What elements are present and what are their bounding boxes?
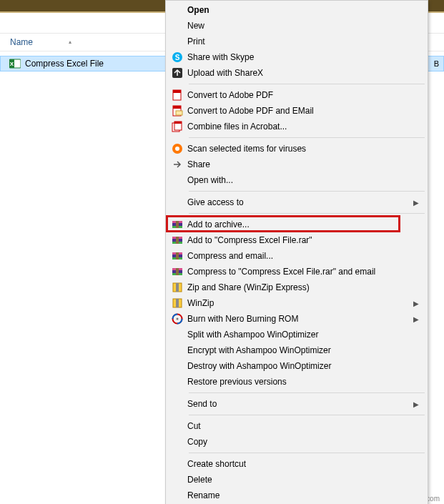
menu-item-restore_versions[interactable]: Restore previous versions <box>167 374 426 390</box>
menu-item-share[interactable]: Share <box>167 157 426 172</box>
svg-rect-35 <box>176 299 179 307</box>
context-menu: OpenNewPrintSShare with SkypeUpload with… <box>165 0 428 504</box>
menu-item-ashampoo_destroy[interactable]: Destroy with Ashampoo WinOptimizer <box>167 358 426 374</box>
menu-item-compress_email[interactable]: Compress and email... <box>167 248 426 264</box>
menu-item-label: Split with Ashampoo WinOptimizer <box>187 330 419 340</box>
menu-item-give_access[interactable]: Give access to▶ <box>167 194 426 210</box>
menu-item-label: Open <box>187 5 419 15</box>
svg-rect-10 <box>176 111 182 115</box>
winrar-icon <box>167 266 187 277</box>
menu-item-send_to[interactable]: Send to▶ <box>167 396 426 412</box>
excel-file-icon: X <box>9 58 21 69</box>
menu-item-label: Send to <box>187 399 413 409</box>
menu-separator <box>189 84 425 84</box>
submenu-arrow-icon: ▶ <box>413 315 419 323</box>
menu-item-open[interactable]: Open <box>167 2 426 18</box>
menu-item-label: Combine files in Acrobat... <box>187 122 419 132</box>
winrar-icon <box>167 250 187 262</box>
menu-item-label: Give access to <box>187 197 413 207</box>
menu-item-label: Compress to "Compress Excel File.rar" an… <box>187 267 419 277</box>
svg-rect-31 <box>176 268 179 275</box>
svg-rect-9 <box>173 106 181 109</box>
menu-item-label: Scan selected items for viruses <box>187 144 419 154</box>
menu-item-label: Rename <box>187 490 419 500</box>
menu-item-virus_scan[interactable]: Scan selected items for viruses <box>167 141 426 157</box>
nero-icon <box>167 313 187 325</box>
menu-item-label: Share with Skype <box>187 52 419 62</box>
sharex-icon <box>167 67 187 79</box>
winzip-icon <box>167 297 187 309</box>
menu-item-label: Burn with Nero Burning ROM <box>187 314 413 324</box>
menu-item-ashampoo_encrypt[interactable]: Encrypt with Ashampoo WinOptimizer <box>167 342 426 358</box>
sort-indicator-icon: ▴ <box>69 39 71 45</box>
menu-item-print[interactable]: Print <box>167 34 426 49</box>
menu-item-skype[interactable]: SShare with Skype <box>167 49 426 65</box>
menu-item-label: Create shortcut <box>187 459 419 469</box>
menu-item-sharex[interactable]: Upload with ShareX <box>167 65 426 81</box>
menu-item-add_archive[interactable]: Add to archive... <box>167 217 426 232</box>
svg-point-38 <box>177 318 179 320</box>
menu-item-acrobat_combine[interactable]: Combine files in Acrobat... <box>167 119 426 134</box>
column-header-name[interactable]: Name ▴ <box>0 37 43 47</box>
menu-item-label: Add to archive... <box>187 219 419 229</box>
menu-item-label: Upload with ShareX <box>187 68 419 78</box>
menu-item-delete[interactable]: Delete <box>167 472 426 488</box>
menu-item-label: Share <box>187 159 419 169</box>
menu-item-ashampoo_split[interactable]: Split with Ashampoo WinOptimizer <box>167 327 426 342</box>
menu-item-nero[interactable]: Burn with Nero Burning ROM▶ <box>167 311 426 327</box>
menu-item-label: Add to "Compress Excel File.rar" <box>187 235 419 245</box>
menu-item-label: Delete <box>187 475 419 485</box>
menu-item-copy[interactable]: Copy <box>167 434 426 450</box>
menu-separator <box>189 213 425 214</box>
submenu-arrow-icon: ▶ <box>413 400 419 408</box>
menu-item-label: New <box>187 21 419 31</box>
menu-item-label: Compress and email... <box>187 251 419 261</box>
winzip-icon <box>167 282 187 293</box>
menu-item-open_with[interactable]: Open with... <box>167 172 426 188</box>
winrar-icon <box>167 234 187 246</box>
menu-separator <box>189 392 425 393</box>
menu-item-label: Restore previous versions <box>187 377 419 387</box>
winrar-icon <box>167 219 187 230</box>
menu-item-create_shortcut[interactable]: Create shortcut <box>167 456 426 472</box>
menu-separator <box>189 453 425 453</box>
menu-item-label: Open with... <box>187 175 419 185</box>
svg-rect-13 <box>174 122 182 124</box>
pdf-stack-icon <box>167 121 187 132</box>
pdf-mail-icon <box>167 105 187 117</box>
menu-item-winzip[interactable]: WinZip▶ <box>167 295 426 311</box>
menu-item-label: WinZip <box>187 298 413 308</box>
svg-text:X: X <box>10 61 14 67</box>
menu-item-new[interactable]: New <box>167 18 426 34</box>
menu-item-rename[interactable]: Rename <box>167 488 426 503</box>
svg-rect-7 <box>173 90 181 93</box>
pdf-icon <box>167 89 187 101</box>
skype-icon: S <box>167 51 187 63</box>
menu-item-label: Encrypt with Ashampoo WinOptimizer <box>187 345 419 355</box>
menu-item-zip_share[interactable]: Zip and Share (WinZip Express) <box>167 280 426 295</box>
menu-item-cut[interactable]: Cut <box>167 418 426 434</box>
svg-rect-33 <box>176 283 179 292</box>
avast-icon <box>167 143 187 154</box>
menu-item-adobe_pdf_email[interactable]: Convert to Adobe PDF and EMail <box>167 103 426 119</box>
column-header-name-label: Name <box>10 37 33 47</box>
menu-item-label: Zip and Share (WinZip Express) <box>187 282 419 292</box>
menu-item-add_to_rar[interactable]: Add to "Compress Excel File.rar" <box>167 232 426 248</box>
svg-text:S: S <box>175 54 180 61</box>
submenu-arrow-icon: ▶ <box>413 199 419 207</box>
menu-item-adobe_pdf[interactable]: Convert to Adobe PDF <box>167 87 426 103</box>
menu-separator <box>189 191 425 192</box>
menu-item-label: Convert to Adobe PDF <box>187 90 419 100</box>
menu-item-label: Cut <box>187 421 419 431</box>
svg-point-15 <box>175 147 179 151</box>
svg-rect-23 <box>176 237 179 244</box>
svg-rect-27 <box>176 252 179 260</box>
menu-item-label: Print <box>187 36 419 46</box>
menu-item-compress_rar_email[interactable]: Compress to "Compress Excel File.rar" an… <box>167 264 426 280</box>
svg-rect-19 <box>176 221 179 228</box>
menu-item-label: Convert to Adobe PDF and EMail <box>187 106 419 116</box>
menu-item-label: Copy <box>187 437 419 447</box>
menu-item-label: Destroy with Ashampoo WinOptimizer <box>187 361 419 371</box>
file-size-suffix: B <box>434 59 443 68</box>
menu-separator <box>189 137 425 138</box>
